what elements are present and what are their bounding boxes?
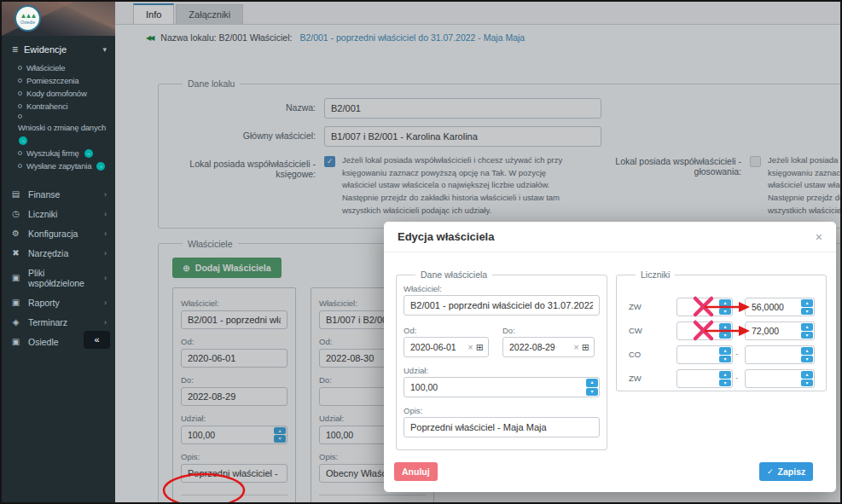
spinner-up-icon[interactable]: ▴ xyxy=(801,323,813,331)
modal-body: Dane właściciela Właściciel: Od: × ⊞ Do: xyxy=(384,252,836,491)
cancel-button[interactable]: Anuluj xyxy=(394,462,438,481)
desc-input[interactable] xyxy=(404,417,600,437)
sidebar-item-label: Raporty xyxy=(28,298,60,308)
sidebar-item-wnioski[interactable]: Wnioski o zmianę danych → xyxy=(18,113,110,147)
chevron-right-icon: › xyxy=(104,190,107,199)
arrow-circle-icon[interactable]: → xyxy=(19,136,27,145)
sidebar-item-wyslane-zapytania[interactable]: Wysłane zapytania → xyxy=(18,159,110,172)
spinner-up-icon[interactable]: ▴ xyxy=(801,347,813,355)
chevron-right-icon: › xyxy=(104,318,107,327)
number-spinner: ▴ ▾ xyxy=(586,379,598,396)
dash: - xyxy=(735,349,738,358)
bullet-icon xyxy=(18,78,22,83)
counter-new-field: ▴ ▾ xyxy=(745,345,815,364)
spinner-down-icon[interactable]: ▾ xyxy=(801,332,813,339)
calendar-icon[interactable]: ⊞ xyxy=(476,342,484,353)
sidebar-item-finanse[interactable]: ▤ Finanse › xyxy=(2,184,115,204)
counter-new-field: ▴ ▾ xyxy=(745,369,815,388)
spinner-up-icon[interactable]: ▴ xyxy=(801,371,813,379)
spinner-down-icon[interactable]: ▾ xyxy=(719,332,731,339)
sidebar-item-pomieszczenia[interactable]: Pomieszczenia xyxy=(18,74,110,87)
to-date-input[interactable] xyxy=(509,342,571,352)
share-input[interactable] xyxy=(404,377,600,397)
clock-icon: ◷ xyxy=(10,209,21,218)
spinner-up-icon[interactable]: ▴ xyxy=(719,299,731,307)
sidebar-item-pliki-wspoldzielone[interactable]: ▣ Pliki współdzielone › xyxy=(2,263,115,293)
spinner-down-icon[interactable]: ▾ xyxy=(719,308,731,316)
sidebar-item-liczniki[interactable]: ◷ Liczniki › xyxy=(2,204,115,223)
sidebar-item-konfiguracja[interactable]: ⚙ Konfiguracja › xyxy=(2,223,115,243)
calendar-icon[interactable]: ⊞ xyxy=(582,342,589,353)
sidebar-item-label: Wyszukaj firmę xyxy=(26,148,79,158)
bullet-icon xyxy=(18,164,22,168)
spinner-up-icon[interactable]: ▴ xyxy=(801,299,813,307)
sidebar-item-label: Narzędzia xyxy=(28,248,68,258)
sidebar-item-kontrahenci[interactable]: Kontrahenci xyxy=(18,100,110,113)
counter-row-zw2: ZW ▴ ▾ - ▴ ▾ xyxy=(617,369,826,388)
sidebar: ▲▲▲ Osiedle ≡ Ewidencje ▾ Właściciele Po… xyxy=(2,2,115,502)
sidebar-item-label: Konfiguracja xyxy=(28,229,78,239)
counter-label: ZW xyxy=(629,302,642,311)
spinner-down-icon[interactable]: ▾ xyxy=(801,308,813,316)
sidebar-item-label: Kontrahenci xyxy=(26,101,68,111)
spinner-up-icon[interactable]: ▴ xyxy=(586,379,598,387)
clear-icon[interactable]: × xyxy=(467,342,473,352)
sidebar-collapse-button[interactable]: « xyxy=(84,331,110,349)
number-spinner: ▴ ▾ xyxy=(719,323,731,339)
spinner-down-icon[interactable]: ▾ xyxy=(801,356,813,363)
spinner-down-icon[interactable]: ▾ xyxy=(586,388,598,397)
sidebar-item-label: Terminarz xyxy=(28,317,67,327)
sidebar-item-label: Osiedle xyxy=(28,337,59,347)
edit-owner-modal: Edycja właściciela × Dane właściciela Wł… xyxy=(384,222,836,492)
sidebar-item-kody-domofonow[interactable]: Kody domofonów xyxy=(18,87,110,100)
close-icon[interactable]: × xyxy=(816,230,822,244)
arrow-circle-icon[interactable]: → xyxy=(96,162,105,171)
sidebar-item-label: Właściciele xyxy=(26,63,65,72)
spinner-down-icon[interactable]: ▾ xyxy=(801,379,813,387)
counter-old-field: ▴ ▾ xyxy=(677,369,733,388)
owner-input[interactable] xyxy=(404,295,600,316)
sidebar-item-label: Liczniki xyxy=(28,209,57,219)
from-date-input[interactable] xyxy=(410,342,465,352)
sidebar-item-wyszukaj-firme[interactable]: Wyszukaj firmę → xyxy=(18,147,110,159)
clear-icon[interactable]: × xyxy=(573,342,578,352)
spinner-up-icon[interactable]: ▴ xyxy=(719,371,731,379)
from-label: Od: xyxy=(404,326,489,335)
bullet-icon xyxy=(18,91,22,96)
share-label: Udział: xyxy=(404,366,600,375)
dash: - xyxy=(735,373,738,382)
number-spinner: ▴ ▾ xyxy=(801,371,813,386)
to-label: Do: xyxy=(502,326,595,335)
check-icon: ✓ xyxy=(767,467,774,476)
arrow-circle-icon[interactable]: → xyxy=(84,149,93,158)
counter-new-field: ▴ ▾ xyxy=(745,322,815,340)
owner-data-fieldset: Dane właściciela Właściciel: Od: × ⊞ Do: xyxy=(396,269,607,450)
spinner-down-icon[interactable]: ▾ xyxy=(719,379,731,387)
mountains-icon: ▲▲▲ xyxy=(20,13,36,20)
desc-label: Opis: xyxy=(404,406,600,415)
number-spinner: ▴ ▾ xyxy=(801,323,813,339)
bullet-icon xyxy=(18,114,22,119)
ewidencje-submenu: Właściciele Pomieszczenia Kody domofonów… xyxy=(2,61,115,176)
share-spinner-field: ▴ ▾ xyxy=(404,377,600,397)
number-spinner: ▴ ▾ xyxy=(719,347,731,362)
spinner-down-icon[interactable]: ▾ xyxy=(719,356,731,363)
spinner-up-icon[interactable]: ▴ xyxy=(719,323,731,331)
sidebar-item-terminarz[interactable]: ◈ Terminarz › xyxy=(2,312,115,332)
spinner-up-icon[interactable]: ▴ xyxy=(719,347,731,355)
tools-icon: ✖ xyxy=(10,248,21,258)
sidebar-item-label: Wysłane zapytania xyxy=(26,161,91,171)
app-logo[interactable]: ▲▲▲ Osiedle xyxy=(15,5,41,32)
save-label: Zapisz xyxy=(778,466,806,477)
sidebar-item-ewidencje[interactable]: ≡ Ewidencje ▾ xyxy=(2,36,115,61)
sidebar-item-wlasciciele[interactable]: Właściciele xyxy=(18,61,110,74)
sidebar-logo-header: ▲▲▲ Osiedle xyxy=(2,2,115,36)
sidebar-item-label: Kody domofonów xyxy=(26,89,87,98)
file-icon: ▣ xyxy=(10,298,21,307)
modal-title: Edycja właściciela xyxy=(398,230,494,243)
save-button[interactable]: ✓ Zapisz xyxy=(759,462,813,481)
chevron-right-icon: › xyxy=(104,274,107,282)
sidebar-item-raporty[interactable]: ▣ Raporty › xyxy=(2,293,115,312)
app-logo-text: Osiedle xyxy=(20,20,35,25)
sidebar-item-narzedzia[interactable]: ✖ Narzędzia › xyxy=(2,243,115,263)
